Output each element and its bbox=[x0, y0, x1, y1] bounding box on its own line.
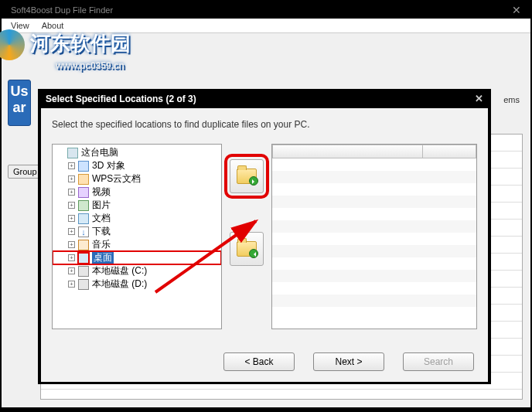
items-label-fragment: ems bbox=[503, 95, 520, 104]
left-panel-fragment: Usar bbox=[8, 80, 31, 126]
down-icon: ↓ bbox=[78, 226, 89, 237]
doc-icon bbox=[78, 213, 89, 224]
expand-icon[interactable]: + bbox=[68, 254, 75, 261]
tree-node-disk[interactable]: +本地磁盘 (C:) bbox=[53, 264, 221, 278]
watermark: 河东软件园 www.pc0359.cn bbox=[0, 29, 131, 71]
disk-icon bbox=[78, 266, 89, 277]
group-button[interactable]: Group bbox=[8, 165, 43, 179]
tree-node-label: 3D 对象 bbox=[92, 159, 125, 172]
watermark-url: www.pc0359.cn bbox=[56, 60, 131, 71]
disk-icon bbox=[78, 279, 89, 290]
music-icon bbox=[78, 240, 89, 250]
tree-node-label: WPS云文档 bbox=[92, 172, 141, 186]
watermark-text: 河东软件园 bbox=[30, 32, 131, 55]
add-location-button[interactable] bbox=[230, 159, 264, 193]
expand-icon[interactable]: + bbox=[68, 189, 75, 196]
tree-node-label: 图片 bbox=[92, 199, 111, 212]
tree-node-desk[interactable]: +桌面 bbox=[53, 251, 221, 264]
main-window: Soft4Boost Dup File Finder ✕ View About … bbox=[0, 0, 532, 412]
dialog-title: Select Specified Locations (2 of 3) bbox=[46, 94, 196, 104]
tree-node-img[interactable]: +图片 bbox=[53, 199, 221, 212]
tree-node-label: 视频 bbox=[92, 186, 111, 199]
dialog-close-icon[interactable]: ✕ bbox=[475, 93, 483, 104]
folder-icon bbox=[237, 241, 257, 257]
tree-node-label: 下载 bbox=[92, 225, 111, 238]
arrow-back-icon bbox=[249, 249, 258, 258]
back-button[interactable]: < Back bbox=[223, 352, 295, 371]
desk-icon bbox=[78, 253, 89, 264]
selected-list-header bbox=[272, 145, 476, 158]
next-button[interactable]: Next > bbox=[313, 352, 384, 371]
remove-location-button[interactable] bbox=[230, 232, 264, 266]
dialog-instruction: Select the specified locations to find d… bbox=[52, 119, 477, 130]
expand-icon[interactable]: + bbox=[68, 241, 75, 248]
expand-icon[interactable]: + bbox=[68, 281, 75, 288]
search-button: Search bbox=[403, 352, 474, 371]
dialog-body: Select the specified locations to find d… bbox=[41, 108, 488, 382]
tree-node-disk[interactable]: +本地磁盘 (D:) bbox=[53, 278, 221, 291]
tree-node-label: 本地磁盘 (C:) bbox=[92, 264, 147, 278]
expand-icon[interactable]: + bbox=[68, 162, 75, 169]
tree-node-label: 文档 bbox=[92, 212, 111, 225]
arrow-forward-icon bbox=[249, 176, 258, 186]
tree-node-3d[interactable]: +3D 对象 bbox=[53, 159, 221, 172]
tree-node-label: 桌面 bbox=[92, 251, 114, 264]
3d-icon bbox=[78, 161, 89, 172]
expand-icon[interactable]: + bbox=[68, 267, 75, 274]
folder-tree[interactable]: 这台电脑+3D 对象+WPS云文档+视频+图片+文档+↓下载+音乐+桌面+本地磁… bbox=[52, 144, 222, 329]
watermark-icon bbox=[0, 29, 25, 60]
tree-node-doc[interactable]: +文档 bbox=[53, 212, 221, 225]
folder-icon bbox=[237, 169, 257, 184]
video-icon bbox=[78, 187, 89, 198]
locations-dialog: Select Specified Locations (2 of 3) ✕ Se… bbox=[38, 89, 491, 384]
tree-node-label: 本地磁盘 (D:) bbox=[92, 278, 147, 291]
tree-node-label: 音乐 bbox=[92, 238, 111, 251]
tree-node-down[interactable]: +↓下载 bbox=[53, 225, 221, 238]
pc-icon bbox=[67, 148, 78, 158]
transfer-buttons bbox=[230, 144, 264, 329]
main-window-title: Soft4Boost Dup File Finder bbox=[11, 5, 113, 15]
tree-node-pc[interactable]: 这台电脑 bbox=[53, 146, 221, 159]
wps-icon bbox=[78, 174, 89, 185]
tree-node-label: 这台电脑 bbox=[81, 146, 118, 159]
expand-icon[interactable]: + bbox=[68, 228, 75, 235]
expand-icon[interactable]: + bbox=[68, 215, 75, 222]
expand-icon bbox=[57, 149, 64, 156]
tree-node-wps[interactable]: +WPS云文档 bbox=[53, 172, 221, 186]
tree-node-music[interactable]: +音乐 bbox=[53, 238, 221, 251]
main-window-titlebar: Soft4Boost Dup File Finder ✕ bbox=[2, 2, 530, 19]
expand-icon[interactable]: + bbox=[68, 202, 75, 209]
img-icon bbox=[78, 200, 89, 211]
dialog-titlebar: Select Specified Locations (2 of 3) ✕ bbox=[38, 89, 491, 108]
expand-icon[interactable]: + bbox=[68, 175, 75, 182]
selected-locations-list[interactable] bbox=[271, 144, 477, 329]
main-body: 河东软件园 www.pc0359.cn Usar Group ems Selec… bbox=[2, 33, 530, 407]
tree-node-video[interactable]: +视频 bbox=[53, 186, 221, 199]
wizard-buttons: < Back Next > Search bbox=[223, 352, 474, 371]
close-icon[interactable]: ✕ bbox=[512, 4, 521, 16]
